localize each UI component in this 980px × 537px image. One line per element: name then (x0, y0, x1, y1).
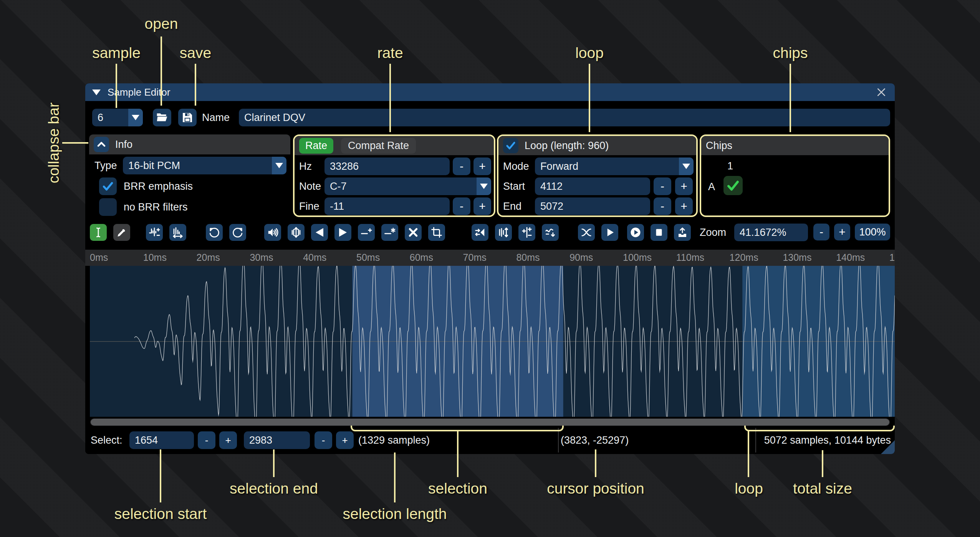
loop-start-plus-button[interactable]: + (675, 177, 693, 195)
annotation-rate: rate (377, 45, 403, 61)
zoom-reset-button[interactable]: 100% (855, 224, 890, 240)
tool-invert-button[interactable] (495, 224, 512, 241)
sample-number-dropdown[interactable]: 6 (92, 109, 143, 126)
info-panel: Info Type 16-bit PCM BRR emphasis no BRR… (89, 134, 290, 217)
selection-start-minus-button[interactable]: - (198, 431, 215, 449)
total-size-text: 5072 samples, 10144 bytes (764, 431, 891, 449)
loop-end-plus-button[interactable]: + (675, 197, 693, 215)
tool-amplify-button[interactable] (264, 224, 281, 241)
hz-minus-button[interactable]: - (453, 157, 470, 175)
amplify-icon (267, 227, 278, 238)
tool-resample-button[interactable] (169, 224, 186, 241)
selection-end-plus-button[interactable]: + (336, 431, 354, 449)
close-button[interactable] (875, 86, 888, 99)
window-collapse-icon[interactable] (92, 90, 101, 95)
selection-end-input[interactable]: 2983 (244, 431, 310, 449)
tool-reverse-button[interactable] (472, 224, 488, 241)
tab-compat-rate[interactable]: Compat Rate (341, 138, 416, 154)
resize-icon (149, 227, 160, 238)
tool-filter-button[interactable] (542, 224, 559, 241)
loop-end-minus-button[interactable]: - (654, 197, 671, 215)
hz-plus-button[interactable]: + (473, 157, 491, 175)
brr-emphasis-checkbox[interactable] (99, 177, 117, 195)
zoom-plus-button[interactable]: + (834, 224, 850, 240)
fine-input[interactable]: -11 (324, 197, 450, 215)
waveform-scrollbar[interactable] (90, 418, 890, 426)
chip-enable-checkbox[interactable] (723, 176, 743, 195)
open-sample-button[interactable] (153, 109, 171, 126)
tool-undo-button[interactable] (206, 224, 223, 241)
tool-create-silence-button[interactable] (381, 224, 398, 241)
tool-stop-button[interactable] (651, 224, 667, 241)
chips-panel-header: Chips (701, 136, 889, 155)
tool-fade-in-button[interactable] (311, 224, 328, 241)
selection-start-input[interactable]: 1654 (129, 431, 194, 449)
loop-end-input[interactable]: 5072 (535, 197, 650, 215)
resize-grip[interactable] (881, 440, 895, 454)
tool-sign-button[interactable] (518, 224, 535, 241)
chevron-down-icon (477, 177, 491, 195)
zoom-minus-button[interactable]: - (813, 224, 829, 240)
tool-crossfade-button[interactable] (578, 224, 595, 241)
loop-start-input[interactable]: 4112 (535, 177, 650, 195)
name-label: Name (202, 109, 230, 126)
ruler-tick-label: 20ms (197, 252, 220, 263)
selection-start-plus-button[interactable]: + (219, 431, 237, 449)
loop-mode-dropdown[interactable]: Forward (535, 157, 694, 175)
tool-import-button[interactable] (674, 224, 691, 241)
collapse-bar-button[interactable] (94, 137, 109, 152)
tool-delete-button[interactable] (405, 224, 422, 241)
sample-type-dropdown[interactable]: 16-bit PCM (123, 157, 286, 174)
zoom-label: Zoom (700, 224, 726, 241)
no-brr-filters-checkbox[interactable] (99, 198, 117, 216)
hz-input[interactable]: 33286 (324, 157, 450, 175)
callout-line-total-size (822, 450, 823, 477)
annotation-open: open (145, 15, 178, 32)
chip-row-label: A (708, 177, 715, 196)
undo-icon (209, 227, 220, 238)
tool-preview-button[interactable] (601, 224, 618, 241)
loop-start-label: Start (503, 177, 525, 195)
fade-in-icon (314, 227, 325, 238)
tool-normalize-button[interactable] (288, 224, 305, 241)
note-dropdown[interactable]: C-7 (324, 177, 491, 195)
save-sample-button[interactable] (178, 109, 197, 126)
loop-end-label: End (503, 197, 521, 215)
tool-fade-out-button[interactable] (334, 224, 351, 241)
annotation-selection-start: selection start (114, 506, 207, 522)
waveform-canvas[interactable] (90, 266, 895, 417)
check-icon (726, 178, 740, 193)
loop-checkbox[interactable] (503, 138, 518, 153)
selection-end-minus-button[interactable]: - (315, 431, 332, 449)
callout-line-loop-bottom (748, 431, 749, 477)
tool-redo-button[interactable] (229, 224, 246, 241)
toolbar-group (90, 224, 130, 241)
callout-line-rate (389, 64, 391, 132)
loop-panel-title: Loop (length: 960) (525, 140, 609, 152)
normalize-icon (290, 227, 302, 238)
ruler-tick-label: 0ms (90, 252, 108, 263)
fine-minus-button[interactable]: - (453, 197, 470, 215)
type-label: Type (94, 157, 117, 174)
info-panel-title: Info (115, 139, 132, 151)
tool-select-button[interactable] (90, 224, 107, 241)
tool-insert-silence-button[interactable] (358, 224, 375, 241)
loop-start-minus-button[interactable]: - (654, 177, 671, 195)
tool-trim-button[interactable] (428, 224, 445, 241)
scrollbar-thumb[interactable] (91, 419, 889, 426)
sample-type-value: 16-bit PCM (123, 157, 272, 174)
tool-resize-button[interactable] (146, 224, 163, 241)
ruler-tick-label: 10ms (143, 252, 167, 263)
zoom-input[interactable]: 41.1672% (734, 224, 808, 241)
sample-number-value: 6 (92, 109, 128, 126)
fine-plus-button[interactable]: + (473, 197, 491, 215)
callout-line-cursor-position (595, 449, 596, 477)
tool-play-button[interactable] (627, 224, 644, 241)
check-icon (101, 180, 114, 193)
ruler-tick-label: 80ms (516, 252, 540, 263)
name-input[interactable]: Clarinet DQV (239, 109, 890, 126)
annotation-chips: chips (773, 45, 808, 61)
loop-panel-header: Loop (length: 960) (498, 136, 696, 155)
tab-rate[interactable]: Rate (299, 138, 333, 154)
tool-draw-button[interactable] (113, 224, 130, 241)
